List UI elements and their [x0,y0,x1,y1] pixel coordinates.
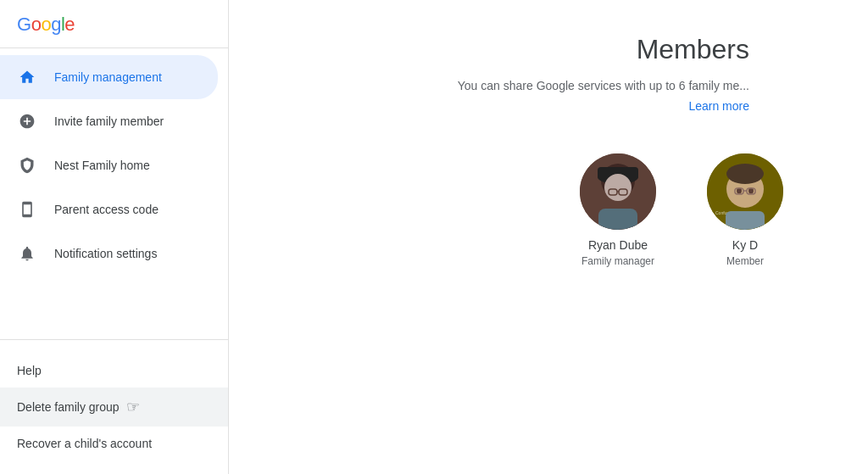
help-label: Help [17,364,42,377]
member-name-ky: Ky D [732,238,758,252]
main-nav: Family management Invite family member N… [0,48,228,332]
cursor-icon: ☞ [126,398,140,416]
svg-rect-18 [726,211,765,230]
avatar-ky: Confused screaming [707,153,783,230]
nav-divider [0,339,228,340]
bell-icon [17,243,37,264]
avatar-ryan-image [580,153,656,230]
sidebar-item-invite-family[interactable]: Invite family member [0,99,218,143]
member-card-ky: Confused screaming Ky D Member [707,153,783,267]
learn-more-link[interactable]: Learn more [688,99,749,113]
delete-family-label: Delete family group [17,400,120,414]
recover-child-label: Recover a child's account [17,437,152,450]
sidebar-label-invite-family: Invite family member [54,114,164,128]
member-name-ryan: Ryan Dube [588,238,648,252]
members-list: Ryan Dube Family manager [280,153,817,267]
sidebar-label-nest-family: Nest Family home [54,159,150,172]
main-content: Members You can share Google services wi… [229,0,868,474]
sidebar-label-family-management: Family management [54,70,162,84]
member-role-ryan: Family manager [581,255,654,267]
phone-icon [17,199,37,220]
avatar-ky-image: Confused screaming [707,153,783,230]
nest-icon [17,155,37,176]
svg-point-4 [604,174,632,201]
sidebar-item-notifications[interactable]: Notification settings [0,231,218,276]
sidebar-label-notifications: Notification settings [54,247,157,260]
add-circle-icon [17,111,37,131]
sidebar-item-nest-family[interactable]: Nest Family home [0,143,218,187]
logo-area: Google [0,0,228,48]
members-title: Members [637,34,749,65]
svg-point-11 [726,164,764,184]
sidebar-item-family-management[interactable]: Family management [0,55,218,99]
svg-rect-8 [598,209,637,230]
bottom-nav-help[interactable]: Help [0,354,228,388]
bottom-nav-delete-family[interactable]: Delete family group ☞ [0,388,228,427]
members-subtitle: You can share Google services with up to… [458,79,749,92]
sidebar-item-parent-access[interactable]: Parent access code [0,187,218,231]
bottom-nav-recover-child[interactable]: Recover a child's account [0,427,228,460]
home-icon [17,67,37,87]
member-role-ky: Member [726,255,764,267]
google-logo: Google [17,14,211,36]
bottom-nav: Help Delete family group ☞ Recover a chi… [0,347,228,474]
avatar-ryan [580,153,656,230]
sidebar-label-parent-access: Parent access code [54,203,159,216]
sidebar: Google Family management Invite family m… [0,0,229,474]
member-card-ryan: Ryan Dube Family manager [580,153,656,267]
